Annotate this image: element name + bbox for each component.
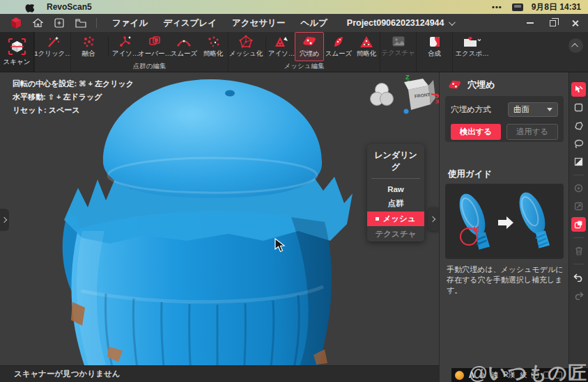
pc-smooth-label: スムーズ <box>171 49 198 58</box>
chevron-down-icon <box>448 19 455 26</box>
trash-icon <box>575 246 583 255</box>
fusion-label: 融合 <box>82 49 95 58</box>
redo-button[interactable] <box>571 288 586 303</box>
one-click-label: 1クリック… <box>34 49 72 58</box>
scan-button[interactable]: スキャン <box>0 32 34 72</box>
connected-select-tool[interactable] <box>571 181 586 196</box>
menubar-app-name[interactable]: RevoScan5 <box>47 2 92 12</box>
restore-button[interactable] <box>543 16 562 30</box>
invert-selection-tool[interactable] <box>571 217 586 232</box>
polygon-select-tool[interactable] <box>571 118 586 133</box>
undo-button[interactable] <box>571 270 586 285</box>
mesh-smooth-label: スムーズ <box>325 49 353 58</box>
texture-button[interactable]: テクスチャ <box>380 32 416 61</box>
export-icon <box>463 35 481 48</box>
hole-fill-icon <box>448 79 461 91</box>
render-option-texture[interactable]: テクスチャ <box>367 227 424 241</box>
pointcloud-edit-group: 融合 アイソ… オーバー… <box>70 32 228 72</box>
pick-select-tool[interactable] <box>571 82 586 97</box>
hole-fill-label: 穴埋め <box>300 49 320 58</box>
menubar-overflow[interactable]: ••• <box>492 3 502 11</box>
mesh-smooth-button[interactable]: スムーズ <box>324 32 353 61</box>
pc-overlap-label: オーバー… <box>138 49 171 58</box>
expand-selection-icon <box>574 202 583 211</box>
merge-button[interactable]: 合成 <box>417 32 452 61</box>
invert-selection-icon <box>574 220 583 229</box>
meshify-label: メッシュ化 <box>229 49 263 58</box>
home-button[interactable] <box>31 17 44 29</box>
mesh-isolated-button[interactable]: アイソ… <box>268 32 295 61</box>
export-button[interactable]: エクスポ… <box>453 32 491 61</box>
pick-cursor-icon <box>574 85 583 94</box>
undo-icon <box>573 273 584 282</box>
open-project-button[interactable] <box>75 17 87 29</box>
meshify-button[interactable]: メッシュ化 <box>229 32 263 61</box>
overlap-icon <box>148 35 162 48</box>
mesh-simplify-button[interactable]: 簡略化 <box>353 32 380 61</box>
texture-cell: テクスチャ <box>380 32 416 72</box>
scan-label: スキャン <box>3 58 31 67</box>
panel-header: 穴埋め <box>440 72 568 97</box>
guide-illustration <box>445 184 564 259</box>
app-titlebar: ファイル ディスプレイ アクセサリー ヘルプ Project0906202312… <box>0 14 588 32</box>
menubar-device-icon[interactable] <box>512 3 523 11</box>
navigation-cube[interactable]: Z FRONT X <box>385 72 439 117</box>
macos-menubar: RevoScan5 ••• 9月8日 14:31 <box>0 0 588 14</box>
caret-down-icon <box>547 108 552 111</box>
menu-help[interactable]: ヘルプ <box>300 17 327 29</box>
fusion-button[interactable]: 融合 <box>71 32 106 61</box>
polygon-icon <box>574 122 584 130</box>
left-panel-expand-handle[interactable] <box>0 209 9 231</box>
toolbar-divider <box>573 264 584 264</box>
pc-isolated-button[interactable]: アイソ… <box>111 32 140 61</box>
project-selector[interactable]: Project09062023124944 <box>347 18 454 28</box>
viewport-3d[interactable]: 回転の中心を設定: ⌘ + 左クリック 水平移動: ⇧ + 左ドラッグ リセット… <box>0 72 439 365</box>
hole-fill-panel: 穴埋め 穴埋め方式 曲面 検出する 適用する 使用ガイド <box>439 72 568 382</box>
viewport-hints: 回転の中心を設定: ⌘ + 左クリック 水平移動: ⇧ + 左ドラッグ リセット… <box>13 77 134 117</box>
menu-file[interactable]: ファイル <box>112 17 148 29</box>
scanner-status-text: スキャナーが見つかりません <box>14 369 120 379</box>
toolbar-divider <box>573 237 584 238</box>
mesh-simplify-label: 簡略化 <box>357 49 377 58</box>
method-value: 曲面 <box>513 104 529 115</box>
chevron-up-icon <box>571 43 578 50</box>
pc-smooth-button[interactable]: スムーズ <box>169 32 199 61</box>
paint-select-tool[interactable] <box>571 154 586 169</box>
lasso-icon <box>574 139 584 148</box>
detect-button[interactable]: 検出する <box>451 124 501 140</box>
close-button[interactable] <box>566 16 584 30</box>
rendering-panel: レンダリング Raw 点群 メッシュ テクスチャ <box>367 144 424 241</box>
panel-title: 穴埋め <box>467 79 495 91</box>
delete-selection-button[interactable] <box>571 244 586 258</box>
render-option-mesh[interactable]: メッシュ <box>367 212 424 226</box>
render-option-pointcloud[interactable]: 点群 <box>367 196 424 211</box>
mesh-edit-group: メッシュ化 アイソ… 穴埋め <box>228 32 380 72</box>
menu-accessory[interactable]: アクセサリー <box>232 17 285 29</box>
right-panel-collapse-handle[interactable] <box>428 207 438 231</box>
chevron-right-icon <box>429 216 435 222</box>
ime-assistant-icon[interactable] <box>455 371 464 380</box>
pc-overlap-button[interactable]: オーバー… <box>140 32 169 61</box>
lasso-select-tool[interactable] <box>571 136 586 151</box>
ribbon-divider <box>108 37 109 56</box>
texture-image-icon <box>392 35 405 47</box>
method-label: 穴埋め方式 <box>451 104 491 115</box>
menubar-clock[interactable]: 9月8日 14:31 <box>532 1 581 13</box>
rectangle-select-tool[interactable] <box>571 100 586 115</box>
simplify-mesh-icon <box>359 35 373 48</box>
menu-display[interactable]: ディスプレイ <box>163 17 217 29</box>
render-option-raw[interactable]: Raw <box>367 182 424 196</box>
ribbon-collapse-button[interactable] <box>568 38 583 53</box>
hole-fill-button[interactable]: 穴埋め <box>295 32 324 61</box>
pc-simplify-button[interactable]: 簡略化 <box>199 32 228 61</box>
axis-y-dot <box>404 109 409 114</box>
new-project-button[interactable] <box>53 17 65 29</box>
one-click-button[interactable]: 1クリック… <box>35 32 71 61</box>
model-lid <box>103 79 322 198</box>
guide-arrow-icon <box>498 216 513 229</box>
apple-logo-icon[interactable] <box>25 2 34 13</box>
apply-button[interactable]: 適用する <box>506 124 558 140</box>
minimize-button[interactable] <box>521 16 539 30</box>
expand-selection-tool[interactable] <box>571 199 586 214</box>
method-dropdown[interactable]: 曲面 <box>508 102 558 117</box>
